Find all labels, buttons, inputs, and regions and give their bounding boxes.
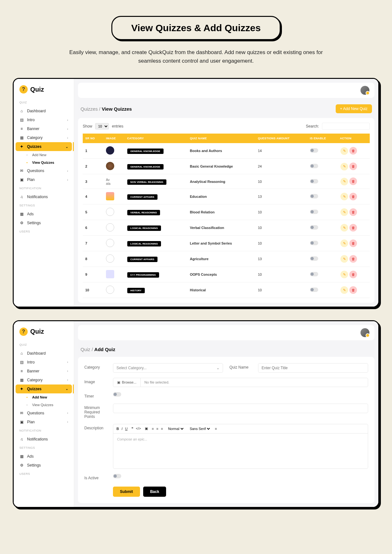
- ol-button[interactable]: ≡: [152, 427, 154, 431]
- code-button[interactable]: </>: [136, 426, 141, 431]
- nav-plan[interactable]: ▣Plan›: [14, 418, 74, 426]
- delete-button[interactable]: 🗑: [349, 163, 357, 170]
- delete-button[interactable]: 🗑: [349, 286, 357, 294]
- italic-button[interactable]: I: [122, 427, 122, 431]
- nav-notifications[interactable]: ♫Notifications: [14, 192, 74, 201]
- enable-toggle[interactable]: [310, 256, 318, 261]
- user-avatar[interactable]: [360, 328, 369, 337]
- edit-button[interactable]: ✎: [340, 224, 348, 232]
- label-category: Category: [84, 363, 107, 370]
- nav-banner[interactable]: ≡Banner›: [14, 367, 74, 376]
- nav-view-quizzes[interactable]: View Quizzes: [26, 159, 74, 166]
- quote-button[interactable]: ❝: [131, 426, 133, 431]
- nav-ads[interactable]: ▦Ads: [14, 210, 74, 218]
- edit-button[interactable]: ✎: [340, 239, 348, 247]
- category-badge: CURRENT AFFAIRS: [127, 257, 158, 262]
- delete-button[interactable]: 🗑: [349, 193, 357, 200]
- underline-button[interactable]: U: [125, 427, 128, 431]
- col-enable[interactable]: IS ENABLE: [307, 134, 337, 143]
- nav-questions[interactable]: ✉Questions›: [14, 409, 74, 418]
- enable-toggle[interactable]: [310, 148, 318, 153]
- edit-button[interactable]: ✎: [340, 286, 348, 294]
- cell-sr: 5: [83, 204, 103, 220]
- enable-toggle[interactable]: [310, 179, 318, 184]
- delete-button[interactable]: 🗑: [349, 177, 357, 185]
- edit-button[interactable]: ✎: [340, 255, 348, 263]
- enable-toggle[interactable]: [310, 164, 318, 168]
- nav-dashboard[interactable]: ⌂Dashboard: [14, 107, 74, 115]
- cell-image: [103, 235, 124, 251]
- ul-button[interactable]: ≡: [156, 427, 158, 431]
- nav-settings[interactable]: ⚙Settings: [14, 218, 74, 227]
- label-timer: Timer: [84, 392, 107, 398]
- col-name[interactable]: QUIZ NAME: [187, 134, 256, 143]
- nav-banner[interactable]: ≡Banner›: [14, 124, 74, 133]
- edit-button[interactable]: ✎: [340, 178, 348, 185]
- label-description: Description: [84, 424, 107, 430]
- nav-category[interactable]: ▦Category›: [14, 133, 74, 142]
- delete-button[interactable]: 🗑: [349, 239, 357, 247]
- cell-enable: [307, 174, 337, 189]
- cell-category: VERBAL REASONING: [125, 204, 187, 220]
- delete-button[interactable]: 🗑: [349, 255, 357, 263]
- checklist-button[interactable]: ≡: [161, 427, 163, 431]
- edit-button[interactable]: ✎: [340, 193, 348, 200]
- col-image[interactable]: IMAGE: [103, 134, 124, 143]
- is-active-toggle[interactable]: [113, 474, 121, 478]
- nav-quizzes[interactable]: ✦Quizzes⌄: [16, 142, 72, 151]
- cell-qty: 10: [255, 174, 307, 189]
- nav-intro[interactable]: ▤Intro›: [14, 115, 74, 124]
- bold-button[interactable]: B: [116, 427, 119, 431]
- nav-add-new[interactable]: Add New: [26, 151, 74, 159]
- font-select[interactable]: Sans Serif: [188, 426, 211, 431]
- edit-button[interactable]: ✎: [340, 208, 348, 216]
- logo-text: Quiz: [30, 328, 44, 335]
- delete-button[interactable]: 🗑: [349, 208, 357, 216]
- enable-toggle[interactable]: [310, 272, 318, 276]
- timer-toggle[interactable]: [113, 392, 121, 397]
- min-points-input[interactable]: [113, 404, 368, 413]
- add-new-quiz-button[interactable]: + Add New Quiz: [336, 104, 372, 113]
- breadcrumb: Quiz / Add Quiz: [80, 347, 115, 352]
- user-avatar[interactable]: [360, 86, 369, 95]
- enable-toggle[interactable]: [310, 225, 318, 230]
- heading-select[interactable]: Normal: [167, 426, 185, 431]
- section-notification: NOTIFICATION: [14, 426, 74, 435]
- nav-category[interactable]: ▦Category›: [14, 376, 74, 384]
- search-input[interactable]: [322, 123, 370, 130]
- nav-questions[interactable]: ✉Questions›: [14, 166, 74, 175]
- cell-name: Verbal Classification: [187, 220, 256, 235]
- nav-view-quizzes[interactable]: View Quizzes: [26, 401, 74, 409]
- enable-toggle[interactable]: [310, 287, 318, 292]
- editor-body[interactable]: Compose an epic...: [113, 433, 368, 468]
- nav-add-new[interactable]: Add New: [26, 393, 74, 401]
- enable-toggle[interactable]: [310, 194, 318, 198]
- quiz-name-input[interactable]: [258, 363, 368, 373]
- delete-button[interactable]: 🗑: [349, 224, 357, 232]
- nav-dashboard[interactable]: ⌂Dashboard: [14, 349, 74, 358]
- category-select[interactable]: Select Category... ⌄: [113, 363, 223, 373]
- nav-settings[interactable]: ⚙Settings: [14, 461, 74, 470]
- back-button[interactable]: Back: [143, 487, 166, 497]
- col-category[interactable]: CATEGORY: [125, 134, 187, 143]
- submit-button[interactable]: Submit: [113, 487, 140, 497]
- nav-intro[interactable]: ▤Intro›: [14, 358, 74, 367]
- align-button[interactable]: ≡: [215, 427, 217, 431]
- enable-toggle[interactable]: [310, 210, 318, 214]
- edit-button[interactable]: ✎: [340, 271, 348, 278]
- enable-toggle[interactable]: [310, 241, 318, 245]
- col-qty[interactable]: QUESTIONS AMOUNT: [255, 134, 307, 143]
- nav-plan[interactable]: ▣Plan›: [14, 175, 74, 184]
- delete-button[interactable]: 🗑: [349, 271, 357, 278]
- nav-quizzes[interactable]: ✦Quizzes⌄: [16, 384, 72, 393]
- delete-button[interactable]: 🗑: [349, 147, 357, 155]
- entries-select[interactable]: 10: [95, 123, 109, 129]
- nav-ads[interactable]: ▦Ads: [14, 452, 74, 461]
- image-button[interactable]: ▣: [145, 426, 148, 431]
- edit-button[interactable]: ✎: [340, 163, 348, 170]
- col-action[interactable]: ACTION: [337, 134, 370, 143]
- browse-button[interactable]: ▣Browse...: [113, 378, 141, 387]
- col-sr[interactable]: SR NO: [83, 134, 103, 143]
- edit-button[interactable]: ✎: [340, 147, 348, 155]
- nav-notifications[interactable]: ♫Notifications: [14, 435, 74, 444]
